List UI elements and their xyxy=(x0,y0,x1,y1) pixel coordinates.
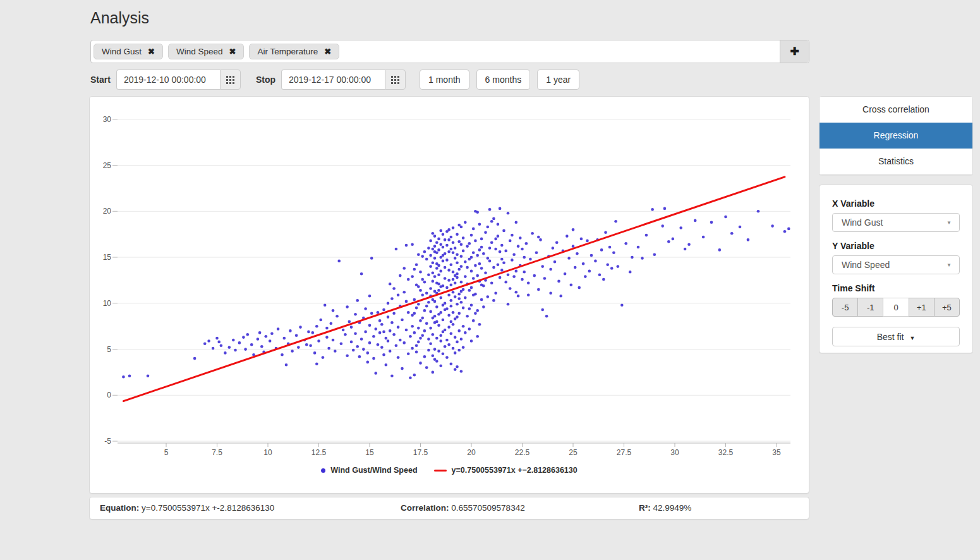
scatter-point xyxy=(549,268,552,271)
scatter-point xyxy=(480,238,483,241)
quick-range-button[interactable]: 6 months xyxy=(476,70,531,90)
y-axis-label: 15 xyxy=(103,253,112,262)
scatter-point xyxy=(454,295,457,298)
tab-cross-correlation[interactable]: Cross correlation xyxy=(820,97,972,123)
scatter-point xyxy=(429,240,432,243)
scatter-point xyxy=(718,248,722,252)
stats-bar: Equation: y=0.7500553971x +-2.8128636130… xyxy=(89,497,809,520)
scatter-point xyxy=(372,335,375,338)
scatter-point xyxy=(425,366,428,369)
scatter-point xyxy=(437,283,440,286)
scatter-point xyxy=(460,338,463,341)
scatter-point xyxy=(437,238,440,241)
scatter-point xyxy=(337,260,341,263)
scatter-point xyxy=(358,355,361,358)
scatter-point xyxy=(387,339,390,343)
scatter-point xyxy=(478,222,481,226)
scatter-point xyxy=(425,292,428,295)
scatter-point xyxy=(413,374,416,377)
scatter-point xyxy=(478,248,481,252)
scatter-point xyxy=(362,348,365,351)
scatter-point xyxy=(450,332,453,336)
scatter-point xyxy=(476,211,479,214)
start-datetime-input[interactable] xyxy=(116,70,220,90)
variable-chip[interactable]: Wind Gust✖ xyxy=(94,44,163,59)
quick-range-button[interactable]: 1 month xyxy=(420,70,469,90)
remove-variable-icon[interactable]: ✖ xyxy=(148,47,155,56)
scatter-point xyxy=(405,244,408,247)
scatter-point xyxy=(435,360,439,363)
scatter-point xyxy=(531,232,534,235)
scatter-point xyxy=(452,311,455,314)
tab-statistics[interactable]: Statistics xyxy=(820,149,972,174)
time-shift--1[interactable]: -1 xyxy=(857,298,883,317)
time-shift-+1[interactable]: +1 xyxy=(909,298,935,317)
scatter-point xyxy=(679,226,682,229)
scatter-point xyxy=(502,262,505,265)
scatter-point xyxy=(464,275,467,278)
legend-item-line[interactable]: y=0.7500553971x +−2.8128636130 xyxy=(434,466,578,475)
scatter-point xyxy=(402,267,406,270)
scatter-point xyxy=(464,331,467,334)
add-variable-button[interactable]: ✚ xyxy=(780,40,809,63)
scatter-point xyxy=(417,341,420,344)
scatter-point xyxy=(368,341,372,344)
scatter-point xyxy=(450,363,453,366)
scatter-point xyxy=(389,283,392,286)
scatter-point xyxy=(423,355,426,358)
time-shift--5[interactable]: -5 xyxy=(832,298,858,317)
scatter-point xyxy=(617,265,620,268)
time-shift-0[interactable]: 0 xyxy=(883,298,909,317)
scatter-point xyxy=(462,288,465,291)
remove-variable-icon[interactable]: ✖ xyxy=(324,47,331,56)
remove-variable-icon[interactable]: ✖ xyxy=(229,47,236,56)
scatter-point xyxy=(432,232,435,235)
best-fit-button[interactable]: Best fit ▼ xyxy=(832,327,960,346)
scatter-point xyxy=(614,220,617,223)
scatter-point xyxy=(460,243,463,246)
scatter-point xyxy=(397,293,400,296)
stop-calendar-button[interactable] xyxy=(385,70,406,90)
scatter-point xyxy=(450,263,453,266)
scatter-point xyxy=(457,349,461,352)
variable-chip[interactable]: Air Temperature✖ xyxy=(249,44,339,59)
y-variable-value: Wind Speed xyxy=(842,260,890,270)
quick-range-button[interactable]: 1 year xyxy=(537,70,579,90)
scatter-point xyxy=(392,312,396,315)
scatter-point xyxy=(450,283,453,286)
scatter-point xyxy=(474,293,477,296)
time-shift-+5[interactable]: +5 xyxy=(934,298,960,317)
tab-regression[interactable]: Regression xyxy=(820,123,972,149)
scatter-point xyxy=(545,315,548,318)
scatter-point xyxy=(499,250,502,253)
x-axis-label: 22.5 xyxy=(515,448,530,457)
start-calendar-button[interactable] xyxy=(220,70,241,90)
scatter-point xyxy=(507,273,510,276)
y-variable-select[interactable]: Wind Speed ▼ xyxy=(832,255,960,274)
y-axis-label: 25 xyxy=(103,161,112,170)
scatter-point xyxy=(454,282,457,285)
scatter-point xyxy=(594,260,597,263)
legend-scatter-label: Wind Gust/Wind Speed xyxy=(330,466,417,475)
scatter-point xyxy=(468,289,471,292)
legend-item-scatter[interactable]: Wind Gust/Wind Speed xyxy=(321,466,417,475)
scatter-point xyxy=(519,236,522,240)
scatter-point xyxy=(427,247,430,250)
regression-controls: X Variable Wind Gust ▼ Y Variable Wind S… xyxy=(819,185,973,353)
x-variable-select[interactable]: Wind Gust ▼ xyxy=(832,213,960,232)
scatter-point xyxy=(407,311,410,314)
stop-datetime-input[interactable] xyxy=(281,70,385,90)
variable-chip[interactable]: Wind Speed✖ xyxy=(168,44,244,59)
scatter-point xyxy=(325,327,329,330)
scatter-point xyxy=(457,297,461,300)
scatter-point xyxy=(356,345,359,348)
scatter-point xyxy=(450,299,453,302)
scatter-point xyxy=(432,262,435,265)
scatter-point xyxy=(517,295,520,298)
equation-stat: Equation: y=0.7500553971x +-2.8128636130 xyxy=(100,497,274,519)
scatter-point xyxy=(370,312,373,315)
scatter-point xyxy=(297,346,300,349)
scatter-point xyxy=(427,301,430,304)
scatter-point xyxy=(269,339,272,343)
scatter-point xyxy=(482,252,485,255)
